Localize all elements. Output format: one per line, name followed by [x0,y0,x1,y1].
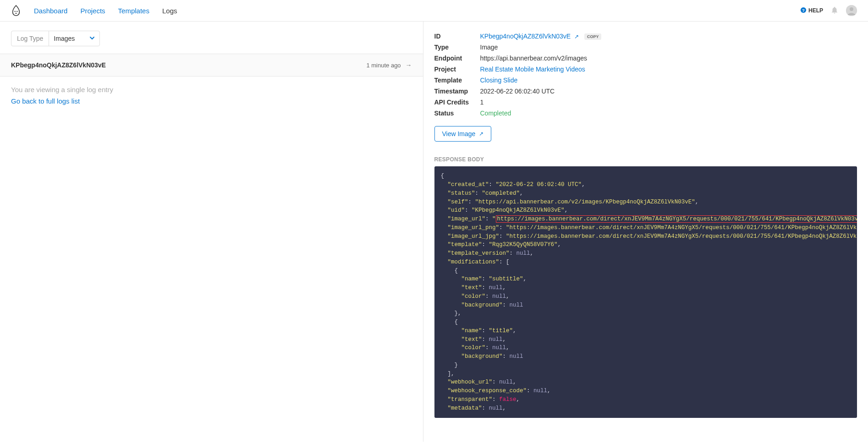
label-api-credits: API Credits [434,99,480,106]
response-body: { "created_at": "2022-06-22 06:02:40 UTC… [434,166,857,418]
svg-point-0 [15,11,16,12]
view-image-button[interactable]: View Image ↗ [434,126,492,142]
help-icon: ? [800,7,807,15]
notifications-icon[interactable] [830,6,839,16]
svg-text:?: ? [802,7,805,12]
nav-templates[interactable]: Templates [118,7,149,15]
nav-logs[interactable]: Logs [162,7,177,15]
value-timestamp: 2022-06-22 06:02:40 UTC [480,88,857,95]
arrow-right-icon: → [406,61,412,69]
label-template: Template [434,77,480,84]
filter-label: Log Type [11,31,49,46]
back-link-wrap: Go back to full logs list [0,95,423,107]
single-log-note: You are viewing a single log entry [0,77,423,95]
project-link[interactable]: Real Estate Mobile Marketing Videos [480,66,585,73]
log-type-filter: Log Type Images [11,31,100,46]
help-link[interactable]: ? HELP [800,7,823,15]
template-link[interactable]: Closing Slide [480,77,518,84]
filter-value: Images [54,35,75,42]
external-link-icon[interactable]: ↗ [574,33,579,40]
nav-dashboard[interactable]: Dashboard [34,7,67,15]
left-panel: Log Type Images KPbegp4noQkjAZ8Z6lVkN03v… [0,22,423,442]
label-status: Status [434,110,480,117]
header-right: ? HELP [800,5,857,16]
main: Log Type Images KPbegp4noQkjAZ8Z6lVkN03v… [0,22,868,442]
log-entry-time: 1 minute ago [366,62,401,69]
value-api-credits: 1 [480,99,857,106]
nav-projects[interactable]: Projects [80,7,105,15]
id-link[interactable]: KPbegp4noQkjAZ8Z6lVkN03vE [480,33,571,40]
label-project: Project [434,66,480,73]
back-link[interactable]: Go back to full logs list [11,97,80,105]
label-id: ID [434,33,480,40]
log-entry-time-wrap: 1 minute ago → [366,61,412,69]
external-link-icon: ↗ [479,131,483,137]
filter-select[interactable]: Images [49,31,99,46]
chevron-down-icon [89,35,95,42]
svg-point-5 [850,7,853,11]
svg-point-1 [16,11,17,12]
label-type: Type [434,44,480,51]
label-timestamp: Timestamp [434,88,480,95]
user-avatar[interactable] [846,5,857,16]
copy-button[interactable]: COPY [584,33,602,40]
logo[interactable] [11,5,21,16]
value-id: KPbegp4noQkjAZ8Z6lVkN03vE ↗ COPY [480,33,857,40]
header-left: Dashboard Projects Templates Logs [11,5,177,16]
value-endpoint: https://api.bannerbear.com/v2/images [480,55,857,62]
log-entry-id: KPbegp4noQkjAZ8Z6lVkN03vE [11,61,106,69]
response-body-label: RESPONSE BODY [434,156,857,163]
highlighted-image-url: https://images.bannerbear.com/direct/xnJ… [496,215,857,223]
value-project: Real Estate Mobile Marketing Videos [480,66,857,73]
view-image-label: View Image [442,130,476,137]
value-type: Image [480,44,857,51]
filter-bar: Log Type Images [0,22,423,54]
log-entry[interactable]: KPbegp4noQkjAZ8Z6lVkN03vE 1 minute ago → [0,54,423,77]
right-panel: ID KPbegp4noQkjAZ8Z6lVkN03vE ↗ COPY Type… [423,22,868,442]
detail-table: ID KPbegp4noQkjAZ8Z6lVkN03vE ↗ COPY Type… [434,31,857,119]
header: Dashboard Projects Templates Logs ? HELP [0,0,868,22]
help-label: HELP [808,7,823,14]
value-template: Closing Slide [480,77,857,84]
value-status: Completed [480,110,857,117]
label-endpoint: Endpoint [434,55,480,62]
